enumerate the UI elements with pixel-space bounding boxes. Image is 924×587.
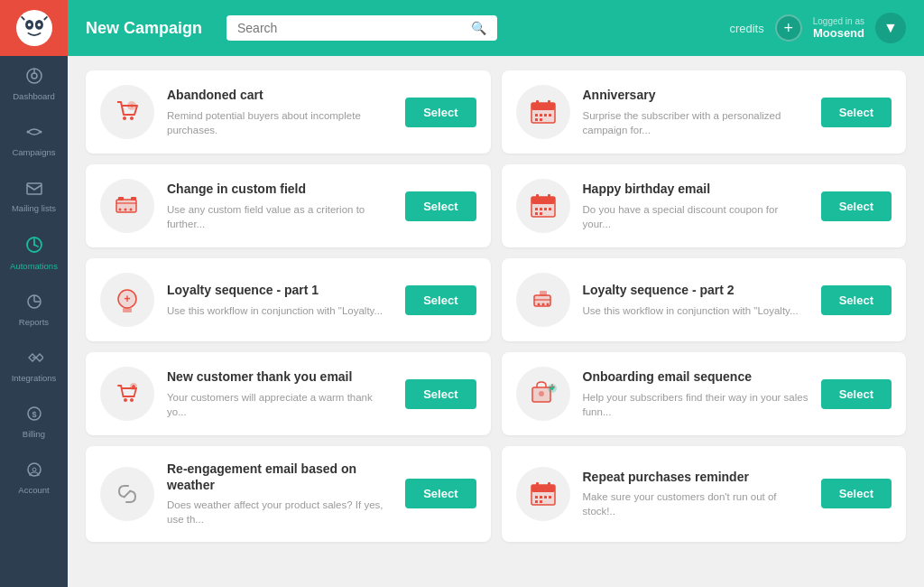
campaign-title-onboarding: Onboarding email sequence bbox=[583, 368, 808, 385]
campaign-info-happy-birthday: Happy birthday email Do you have a speci… bbox=[583, 181, 808, 230]
sidebar-item-campaigns-label: Campaigns bbox=[12, 147, 55, 157]
select-button-onboarding[interactable]: Select bbox=[821, 379, 892, 409]
campaign-icon-loyalty-part1: + bbox=[100, 273, 154, 327]
svg-rect-56 bbox=[535, 212, 538, 215]
svg-point-16 bbox=[32, 244, 34, 246]
topbar: New Campaign 🔍 credits + Logged in as Mo… bbox=[68, 0, 924, 56]
campaign-desc-repeat-purchases: Make sure your customers don't run out o… bbox=[583, 489, 808, 518]
page-title: New Campaign bbox=[86, 19, 212, 38]
campaign-card-change-custom-field: Change in custom field Use any custom fi… bbox=[86, 164, 491, 247]
svg-rect-46 bbox=[131, 197, 136, 200]
svg-rect-87 bbox=[535, 496, 538, 498]
reports-icon bbox=[25, 293, 43, 313]
campaign-card-reengagement: Re-engagement email based on weather Doe… bbox=[86, 446, 491, 542]
svg-rect-54 bbox=[544, 208, 547, 210]
sidebar-item-automations-label: Automations bbox=[10, 261, 58, 271]
campaign-title-loyalty-part1: Loyalty sequence - part 1 bbox=[167, 282, 393, 298]
svg-rect-68 bbox=[540, 291, 547, 296]
sidebar-item-reports-label: Reports bbox=[19, 317, 49, 327]
svg-line-81 bbox=[124, 490, 131, 498]
svg-point-0 bbox=[19, 14, 48, 42]
campaign-desc-change-custom-field: Use any custom field value as a criterio… bbox=[167, 202, 393, 231]
sidebar-item-reports[interactable]: Reports bbox=[0, 282, 68, 338]
content-area: + Abandoned cart Remind potential buyers… bbox=[68, 56, 924, 587]
logged-in-label: Logged in as bbox=[813, 16, 864, 26]
svg-text:+: + bbox=[124, 293, 130, 305]
sidebar-item-billing[interactable]: $ Billing bbox=[0, 394, 68, 450]
svg-point-44 bbox=[130, 209, 133, 211]
campaign-title-reengagement: Re-engagement email based on weather bbox=[167, 461, 393, 493]
select-button-loyalty-part2[interactable]: Select bbox=[821, 285, 892, 315]
sidebar-item-mailing[interactable]: Mailing lists bbox=[0, 168, 68, 224]
sidebar-item-automations[interactable]: Automations bbox=[0, 224, 68, 282]
svg-rect-61 bbox=[123, 308, 132, 312]
main: New Campaign 🔍 credits + Logged in as Mo… bbox=[68, 0, 924, 587]
campaign-card-loyalty-part2: Loyalty sequence - part 2 Use this workf… bbox=[502, 258, 907, 341]
select-button-anniversary[interactable]: Select bbox=[821, 98, 892, 127]
svg-line-5 bbox=[21, 16, 24, 20]
campaign-desc-reengagement: Does weather affect your product sales? … bbox=[167, 498, 393, 526]
search-icon: 🔍 bbox=[471, 21, 486, 35]
svg-rect-31 bbox=[536, 100, 539, 106]
user-name: Moosend bbox=[813, 26, 864, 40]
sidebar-item-account-label: Account bbox=[18, 485, 49, 495]
campaign-icon-anniversary bbox=[516, 85, 570, 139]
campaign-icon-loyalty-part2 bbox=[516, 273, 570, 327]
svg-rect-34 bbox=[540, 114, 542, 116]
sidebar-item-mailing-label: Mailing lists bbox=[12, 203, 56, 213]
svg-point-42 bbox=[119, 209, 122, 211]
campaign-icon-repeat-purchases bbox=[516, 467, 570, 521]
search-box: 🔍 bbox=[226, 15, 497, 41]
svg-point-8 bbox=[32, 73, 37, 79]
campaign-icon-abandoned-cart: + bbox=[100, 85, 154, 139]
svg-point-10 bbox=[26, 131, 29, 134]
sidebar-item-integrations-label: Integrations bbox=[12, 373, 57, 383]
svg-rect-32 bbox=[548, 100, 550, 106]
svg-point-11 bbox=[39, 131, 42, 134]
select-button-new-customer[interactable]: Select bbox=[405, 379, 476, 409]
svg-point-24 bbox=[123, 116, 126, 120]
svg-point-65 bbox=[537, 303, 540, 306]
select-button-loyalty-part1[interactable]: Select bbox=[405, 285, 476, 315]
integrations-icon bbox=[25, 349, 43, 369]
sidebar-item-integrations[interactable]: Integrations bbox=[0, 338, 68, 394]
svg-rect-85 bbox=[536, 482, 539, 488]
svg-rect-38 bbox=[540, 118, 542, 121]
sidebar-item-campaigns[interactable]: Campaigns bbox=[0, 112, 68, 168]
campaign-desc-loyalty-part2: Use this workflow in conjunction with "L… bbox=[583, 303, 808, 318]
select-button-reengagement[interactable]: Select bbox=[405, 479, 476, 508]
campaign-desc-loyalty-part1: Use this workflow in conjunction with "L… bbox=[167, 303, 393, 318]
campaign-info-repeat-purchases: Repeat purchases reminder Make sure your… bbox=[583, 469, 808, 518]
campaign-info-new-customer: New customer thank you email Your custom… bbox=[167, 368, 393, 418]
select-button-abandoned-cart[interactable]: Select bbox=[405, 98, 476, 127]
campaign-icon-new-customer bbox=[100, 367, 154, 421]
svg-rect-36 bbox=[549, 114, 551, 116]
svg-rect-30 bbox=[531, 103, 555, 110]
svg-point-4 bbox=[37, 23, 41, 27]
account-icon bbox=[25, 461, 43, 481]
sidebar-logo[interactable] bbox=[0, 0, 68, 56]
campaign-icon-onboarding: + bbox=[516, 367, 570, 421]
svg-point-23 bbox=[32, 468, 36, 471]
select-button-repeat-purchases[interactable]: Select bbox=[821, 479, 892, 508]
svg-rect-12 bbox=[27, 183, 42, 194]
campaign-info-loyalty-part1: Loyalty sequence - part 1 Use this workf… bbox=[167, 282, 393, 317]
campaign-icon-change-custom-field bbox=[100, 179, 154, 233]
logo-icon bbox=[16, 10, 52, 46]
user-menu-button[interactable]: ▼ bbox=[875, 13, 906, 43]
svg-point-43 bbox=[125, 209, 127, 211]
automations-icon bbox=[24, 235, 44, 257]
campaign-info-reengagement: Re-engagement email based on weather Doe… bbox=[167, 461, 393, 527]
sidebar-item-dashboard[interactable]: Dashboard bbox=[0, 56, 68, 112]
campaign-card-onboarding: + Onboarding email sequence Help your su… bbox=[502, 352, 907, 435]
svg-rect-86 bbox=[548, 482, 550, 488]
campaign-title-change-custom-field: Change in custom field bbox=[167, 181, 393, 197]
search-input[interactable] bbox=[237, 21, 464, 35]
add-credits-button[interactable]: + bbox=[775, 14, 802, 42]
mailing-icon bbox=[25, 179, 43, 200]
select-button-change-custom-field[interactable]: Select bbox=[405, 191, 476, 221]
select-button-happy-birthday[interactable]: Select bbox=[821, 191, 892, 221]
svg-text:$: $ bbox=[32, 410, 36, 419]
sidebar-item-account[interactable]: Account bbox=[0, 450, 68, 506]
svg-rect-91 bbox=[535, 500, 538, 503]
